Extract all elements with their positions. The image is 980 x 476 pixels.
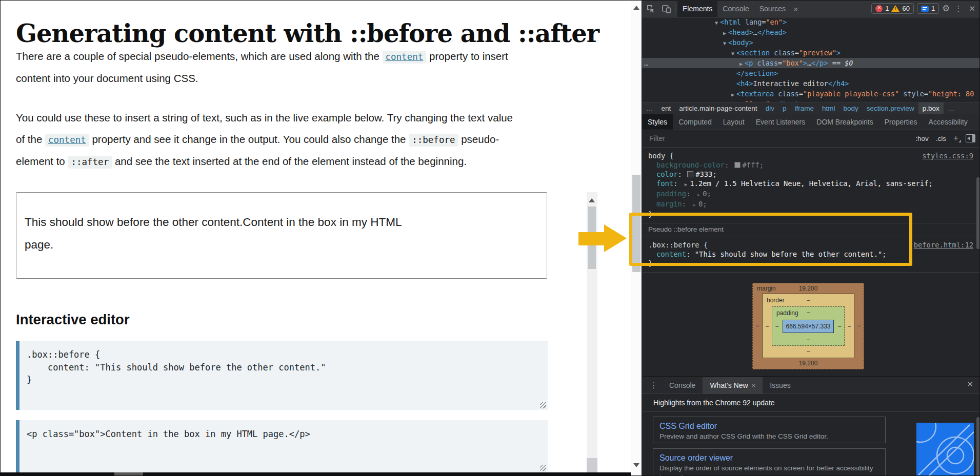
- breadcrumb-item[interactable]: div: [762, 102, 778, 115]
- scroll-up-icon[interactable]: [589, 198, 595, 202]
- padding-top-value[interactable]: −: [806, 309, 810, 316]
- card-title-link[interactable]: Source order viewer: [659, 452, 879, 464]
- css-property[interactable]: content: [656, 250, 686, 258]
- html-editor-textarea[interactable]: <p class="box">Content in the box in my …: [16, 420, 548, 472]
- breadcrumb-item[interactable]: iframe: [790, 102, 818, 115]
- rule-selector[interactable]: .box::before {: [648, 241, 708, 249]
- drawer-tab-issues[interactable]: Issues: [763, 377, 797, 394]
- css-property[interactable]: background-color: [656, 161, 725, 169]
- expand-arrow-icon[interactable]: ▼: [713, 18, 720, 28]
- stylesheet-link[interactable]: styles.css:9: [922, 152, 973, 160]
- devtools-tab-elements[interactable]: Elements: [677, 1, 717, 17]
- css-property[interactable]: font: [656, 179, 673, 188]
- margin-right-value[interactable]: −: [854, 322, 864, 329]
- scrollbar-bottom-block[interactable]: [587, 458, 597, 472]
- drawer-close-icon[interactable]: ✕: [965, 380, 975, 389]
- css-property[interactable]: margin: [656, 200, 682, 208]
- expand-arrow-icon[interactable]: ▶: [729, 90, 736, 100]
- hidden-children-icon[interactable]: …: [644, 58, 648, 68]
- margin-bottom-value[interactable]: 19.200: [799, 360, 818, 367]
- sidebar-tab-dom-breakpoints[interactable]: DOM Breakpoints: [811, 114, 878, 130]
- whats-new-thumbnail[interactable]: [916, 423, 974, 476]
- sidebar-tab-event-listeners[interactable]: Event Listeners: [750, 114, 811, 130]
- sidebar-tab-accessibility[interactable]: Accessibility: [923, 114, 973, 130]
- expand-arrow-icon[interactable]: ▼: [721, 38, 728, 49]
- settings-gear-icon[interactable]: ⚙: [942, 3, 950, 14]
- breadcrumb-item[interactable]: ent: [657, 102, 675, 115]
- border-right-value[interactable]: −: [845, 323, 854, 330]
- border-left-value[interactable]: −: [763, 323, 772, 330]
- more-tabs-button[interactable]: »: [791, 5, 801, 13]
- dom-tree-row[interactable]: ▶<head>…</head>: [642, 27, 980, 37]
- tab-close-icon[interactable]: ×: [752, 382, 756, 389]
- drawer-tab-console[interactable]: Console: [662, 377, 703, 394]
- sidebar-tab-computed[interactable]: Computed: [673, 114, 717, 130]
- scroll-down-icon[interactable]: [633, 463, 639, 467]
- css-rule[interactable]: .box::before { before.html:12 content: "…: [642, 236, 980, 272]
- devtools-tab-console[interactable]: Console: [717, 1, 754, 17]
- margin-left-value[interactable]: −: [753, 322, 762, 329]
- css-rule[interactable]: body { styles.css:9 background-color: #f…: [642, 147, 980, 223]
- expand-shorthand-icon[interactable]: ▶: [697, 190, 700, 199]
- drawer-tab-what-s-new[interactable]: What's New×: [703, 377, 763, 394]
- dom-tree-row[interactable]: ▼<html lang="en">: [642, 17, 980, 27]
- breadcrumb-item[interactable]: …: [944, 102, 959, 115]
- css-declaration[interactable]: padding: ▶0;: [648, 189, 980, 199]
- css-value[interactable]: 0: [698, 200, 703, 208]
- drawer-menu-icon[interactable]: ⋮: [648, 381, 659, 390]
- devtools-tab-sources[interactable]: Sources: [754, 1, 791, 17]
- sidebar-tab-styles[interactable]: Styles: [642, 114, 673, 130]
- styles-scrollbar-thumb[interactable]: [976, 177, 980, 249]
- resize-handle-icon[interactable]: [540, 465, 546, 471]
- css-value[interactable]: 1.2em / 1.5 Helvetica Neue, Helvetica, A…: [690, 179, 928, 188]
- sidebar-tab-properties[interactable]: Properties: [879, 114, 923, 130]
- filter-input[interactable]: [648, 134, 915, 143]
- css-declaration[interactable]: color: #333;: [648, 170, 980, 179]
- css-property[interactable]: color: [656, 170, 678, 178]
- dom-tree-row[interactable]: </section>: [642, 68, 980, 78]
- hover-state-button[interactable]: :hov: [915, 135, 929, 142]
- breadcrumb-item[interactable]: …: [642, 102, 657, 115]
- dom-tree-row[interactable]: <h4>Interactive editor</h4>: [642, 78, 980, 89]
- element-state-panel-icon[interactable]: [966, 134, 975, 142]
- breadcrumb-item[interactable]: article.main-page-content: [675, 102, 761, 115]
- padding-left-value[interactable]: −: [772, 323, 782, 330]
- errors-warnings-badge[interactable]: 1 60: [871, 3, 914, 14]
- box-model-diagram[interactable]: margin 19.200 − border − −: [752, 283, 864, 369]
- expand-shorthand-icon[interactable]: ▶: [685, 180, 687, 189]
- resize-handle-icon[interactable]: [540, 402, 546, 408]
- dom-tree-row[interactable]: …▶<p class="box">…</p> == $0: [642, 58, 980, 68]
- css-value[interactable]: #fff: [743, 161, 759, 169]
- breadcrumb-item[interactable]: section.preview: [863, 102, 918, 115]
- html-code[interactable]: <p class="box">Content in the box in my …: [19, 420, 548, 441]
- css-property[interactable]: padding: [656, 190, 686, 198]
- breadcrumb-item[interactable]: body: [839, 102, 862, 115]
- breadcrumb-item[interactable]: html: [818, 102, 839, 115]
- content-size-value[interactable]: 666.594×57.333: [783, 320, 833, 333]
- card-title-link[interactable]: CSS Grid editor: [659, 420, 879, 432]
- css-declaration[interactable]: margin: ▶0;: [648, 199, 980, 210]
- padding-right-value[interactable]: −: [835, 323, 844, 330]
- class-toggle-button[interactable]: .cls: [936, 135, 946, 142]
- page-scrollbar[interactable]: [631, 1, 642, 476]
- expand-shorthand-icon[interactable]: ▶: [693, 200, 695, 210]
- dom-tree-row[interactable]: ▼<section class="preview">: [642, 48, 980, 58]
- dom-tree-row[interactable]: ▼<body>: [642, 37, 980, 48]
- issues-badge[interactable]: 1: [917, 3, 939, 14]
- stylesheet-link[interactable]: before.html:12: [914, 241, 973, 249]
- sidebar-tab-layout[interactable]: Layout: [717, 114, 750, 130]
- expand-arrow-icon[interactable]: ▶: [737, 59, 745, 69]
- css-editor-textarea[interactable]: .box::before { content: "This should sho…: [16, 341, 548, 410]
- margin-top-value[interactable]: 19.200: [799, 285, 818, 292]
- css-value[interactable]: 0: [703, 190, 707, 198]
- expand-arrow-icon[interactable]: ▼: [729, 49, 736, 59]
- code-link[interactable]: content: [383, 51, 427, 64]
- css-declaration[interactable]: font: ▶1.2em / 1.5 Helvetica Neue, Helve…: [648, 179, 980, 189]
- css-declaration[interactable]: background-color: #fff;: [648, 160, 980, 170]
- css-code[interactable]: .box::before { content: "This should sho…: [19, 341, 548, 386]
- expand-arrow-icon[interactable]: ▶: [721, 28, 728, 38]
- dom-tree-row[interactable]: ▶<textarea class="playable playable-css"…: [642, 89, 980, 99]
- color-swatch[interactable]: [734, 162, 741, 168]
- whats-new-card[interactable]: CSS Grid editor Preview and author CSS G…: [653, 417, 886, 443]
- device-toolbar-icon[interactable]: [659, 3, 673, 14]
